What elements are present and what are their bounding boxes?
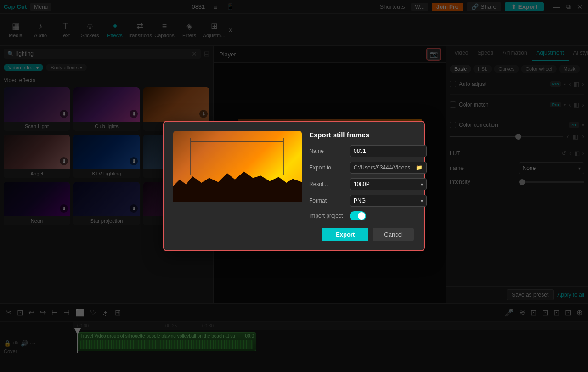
form-resol-select-wrap: 720P 1080P 2K 4K ▾ xyxy=(350,178,427,190)
dialog-preview-image xyxy=(173,131,302,202)
dialog-net-svg xyxy=(187,138,288,179)
export-dialog: Export still frames Name Export to C:/Us… xyxy=(163,121,425,251)
form-row-resolution: Resol... 720P 1080P 2K 4K ▾ xyxy=(309,178,427,190)
dialog-export-button[interactable]: Export xyxy=(322,228,368,241)
form-row-format: Format PNG JPG BMP ▾ xyxy=(309,195,427,207)
form-import-label: Import project xyxy=(309,213,346,219)
modal-overlay: Export still frames Name Export to C:/Us… xyxy=(0,0,588,372)
form-row-name: Name xyxy=(309,145,427,157)
form-export-to-label: Export to xyxy=(309,164,346,171)
toggle-knob xyxy=(358,212,365,220)
form-name-input[interactable] xyxy=(350,145,427,157)
form-name-label: Name xyxy=(309,148,346,154)
form-path-text: C:/Users/93444/Videos... xyxy=(354,164,415,171)
dialog-buttons: Export Cancel xyxy=(309,228,427,241)
form-folder-icon[interactable]: 📁 xyxy=(416,164,423,171)
form-resol-select[interactable]: 720P 1080P 2K 4K xyxy=(350,178,427,190)
form-format-label: Format xyxy=(309,197,346,204)
form-path-display: C:/Users/93444/Videos... 📁 xyxy=(350,162,427,174)
dialog-cancel-button[interactable]: Cancel xyxy=(373,228,413,241)
form-format-select-wrap: PNG JPG BMP ▾ xyxy=(350,195,427,207)
form-row-export-to: Export to C:/Users/93444/Videos... 📁 xyxy=(309,162,427,174)
import-project-toggle[interactable] xyxy=(350,211,366,220)
form-import-project-row: Import project xyxy=(309,211,427,220)
form-format-select[interactable]: PNG JPG BMP xyxy=(350,195,427,207)
dialog-form: Export still frames Name Export to C:/Us… xyxy=(309,131,427,241)
dialog-preview xyxy=(173,131,302,241)
form-resol-label: Resol... xyxy=(309,181,346,187)
dialog-title: Export still frames xyxy=(309,131,427,139)
